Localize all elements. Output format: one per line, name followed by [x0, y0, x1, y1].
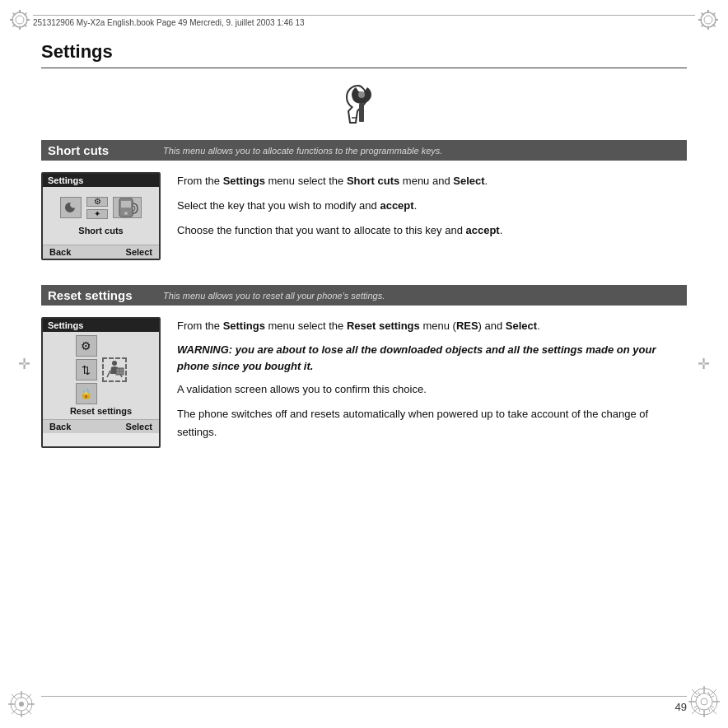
short-cuts-phone-footer: Back Select: [43, 245, 159, 259]
reset-settings-body: Settings ⚙ ⇅ 🔒: [41, 317, 687, 448]
page-info: 251312906 My-X2a English.book Page 49 Me…: [33, 18, 305, 27]
short-cuts-instructions: From the Settings menu select the Short …: [177, 172, 687, 260]
short-cuts-title: Short cuts: [48, 143, 155, 157]
reset-phone: Settings ⚙ ⇅ 🔒: [41, 317, 161, 448]
corner-deco-tl: [7, 7, 33, 35]
short-cuts-header: Short cuts This menu allows you to alloc…: [41, 140, 687, 161]
phone-icon-gear1: ⚙: [86, 197, 108, 207]
bottom-line: [41, 696, 687, 697]
svg-line-19: [702, 25, 704, 27]
reset-icon-arrows: ⇅: [76, 359, 97, 380]
short-cuts-desc: This menu allows you to allocate functio…: [163, 146, 442, 156]
wrench-icon: [343, 82, 385, 127]
reset-instructions: From the Settings menu select the Reset …: [177, 317, 687, 448]
svg-point-11: [704, 16, 712, 24]
reset-settings-title: Reset settings: [48, 288, 155, 302]
reset-icon-gear: ⚙: [76, 335, 97, 357]
reset-icon-lock: 🔒: [76, 383, 97, 404]
reset-step1: From the Settings menu select the Reset …: [177, 317, 687, 335]
short-cuts-phone-body: ⚙ ✦ Short cuts: [43, 187, 159, 245]
svg-line-40: [711, 689, 716, 695]
svg-line-41: [692, 708, 698, 714]
corner-deco-br: [687, 684, 721, 721]
reset-warning: WARNING: you are about to lose all the d…: [177, 342, 687, 374]
svg-point-53: [358, 91, 365, 98]
main-content: Settings Short cuts This menu allows you…: [41, 41, 687, 687]
svg-line-38: [692, 689, 698, 695]
svg-line-6: [13, 13, 16, 16]
svg-line-39: [711, 708, 716, 714]
reset-phone-label: Reset settings: [70, 406, 132, 416]
svg-line-7: [25, 25, 27, 27]
reset-icon-box: [102, 357, 127, 382]
short-cuts-phone-header: Settings: [43, 174, 159, 187]
reset-step3: The phone switches off and resets automa…: [177, 405, 687, 441]
reset-step2: A validation screen allows you to confir…: [177, 380, 687, 399]
phone-icon-moon: [60, 197, 82, 218]
svg-rect-55: [121, 201, 131, 208]
svg-point-57: [112, 361, 117, 366]
short-cuts-step2: Select the key that you wish to modify a…: [177, 197, 687, 215]
cross-deco-left: ✛: [18, 355, 30, 373]
short-cuts-back: Back: [49, 247, 71, 257]
reset-icons-row: ⚙ ⇅ 🔒: [76, 335, 127, 404]
svg-point-56: [124, 212, 128, 215]
short-cuts-phone-label: Short cuts: [78, 226, 123, 236]
svg-point-33: [701, 698, 707, 705]
short-cuts-icons-row: ⚙ ✦: [60, 197, 142, 219]
svg-rect-52: [359, 104, 364, 122]
svg-line-18: [713, 13, 716, 16]
phone-icon-star: ✦: [86, 209, 108, 219]
wrench-icon-area: [41, 82, 687, 127]
short-cuts-phone: Settings ⚙ ✦: [41, 172, 161, 260]
svg-point-22: [19, 702, 24, 707]
short-cuts-step1: From the Settings menu select the Short …: [177, 172, 687, 190]
svg-line-17: [713, 25, 716, 27]
svg-point-1: [16, 16, 24, 24]
svg-line-9: [13, 25, 16, 27]
page-number: 49: [675, 701, 687, 713]
reset-select: Select: [126, 422, 152, 432]
corner-deco-tr: [695, 7, 721, 35]
svg-line-8: [25, 13, 27, 16]
corner-deco-bl: [7, 689, 36, 721]
page-title: Settings: [41, 41, 687, 68]
top-bar: 251312906 My-X2a English.book Page 49 Me…: [33, 15, 695, 27]
reset-back: Back: [49, 422, 71, 432]
reset-settings-desc: This menu allows you to reset all your p…: [163, 291, 385, 301]
phone-icon-phone: [113, 197, 142, 218]
svg-line-16: [702, 13, 704, 16]
reset-phone-body: ⚙ ⇅ 🔒: [43, 332, 159, 419]
reset-phone-header: Settings: [43, 319, 159, 332]
reset-phone-footer: Back Select: [43, 419, 159, 433]
short-cuts-select: Select: [126, 247, 152, 257]
cross-deco-right: ✛: [698, 355, 710, 373]
short-cuts-body: Settings ⚙ ✦: [41, 172, 687, 260]
reset-settings-header: Reset settings This menu allows you to r…: [41, 285, 687, 306]
short-cuts-step3: Choose the function that you want to all…: [177, 222, 687, 240]
